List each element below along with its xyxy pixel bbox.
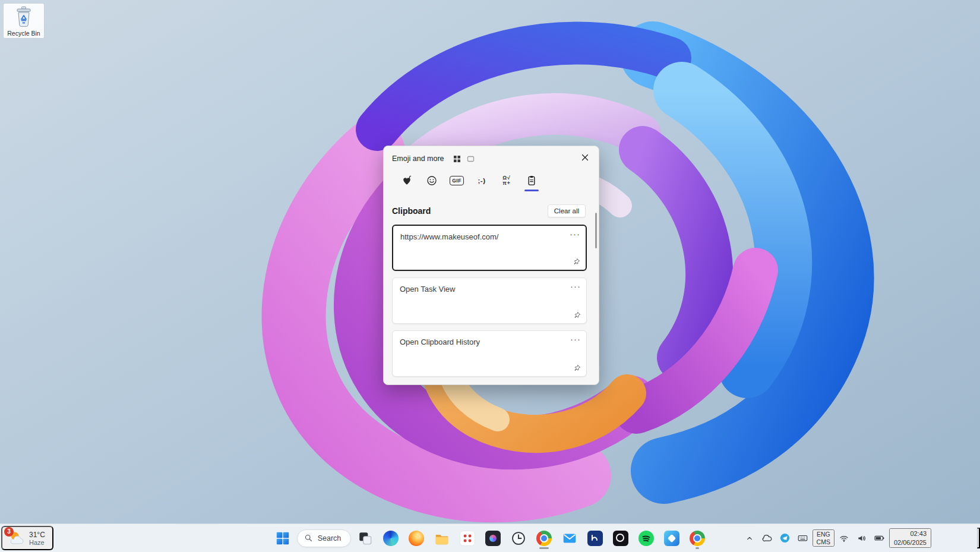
app-black-icon	[613, 531, 628, 546]
edge-button[interactable]	[380, 527, 402, 550]
taskbar: 3 31°C Haze	[0, 523, 980, 552]
running-indicator	[539, 547, 549, 549]
chrome-profile-icon	[690, 531, 705, 546]
tab-clipboard[interactable]	[523, 169, 540, 193]
close-button[interactable]	[576, 150, 594, 165]
show-desktop-button[interactable]	[977, 528, 980, 548]
clipboard-icon	[526, 175, 538, 187]
weather-icon: 3	[7, 530, 25, 547]
gif-icon: GIF	[450, 176, 464, 185]
scrollbar[interactable]	[595, 213, 597, 248]
app-navy-icon	[587, 531, 603, 546]
clipboard-section-title: Clipboard	[392, 206, 431, 216]
hidden-icons-button[interactable]	[741, 528, 758, 549]
cloud-icon	[761, 532, 773, 544]
tab-gif[interactable]: GIF	[448, 169, 466, 193]
clipboard-item[interactable]: https://www.makeuseof.com/ ···	[392, 225, 587, 271]
pin-icon	[572, 257, 581, 266]
pin-button[interactable]	[571, 362, 583, 374]
telegram-button[interactable]	[777, 528, 794, 549]
more-options-button[interactable]: ···	[568, 332, 583, 346]
app-red-dots-button[interactable]	[456, 527, 479, 550]
windows-start-icon	[275, 531, 290, 546]
selected-tab-indicator	[524, 190, 539, 191]
running-indicator	[696, 547, 699, 549]
photos-button[interactable]	[660, 527, 683, 550]
clock-time: 02:43	[894, 529, 927, 538]
tab-symbols[interactable]: Ω√ π+	[498, 169, 516, 193]
category-tabs: GIF ;-) Ω√ π+	[384, 166, 599, 194]
panel-title: Emoji and more	[392, 154, 444, 163]
wifi-button[interactable]	[836, 528, 852, 549]
mail-button[interactable]	[558, 527, 581, 550]
grid-view-button[interactable]	[451, 153, 463, 164]
volume-button[interactable]	[853, 528, 870, 549]
app-red-dots-icon	[460, 531, 475, 546]
app-dark-button[interactable]	[482, 527, 504, 550]
app-navy-button[interactable]	[584, 527, 606, 550]
weather-condition: Haze	[29, 539, 45, 546]
onedrive-button[interactable]	[759, 528, 776, 549]
start-button[interactable]	[271, 527, 294, 550]
spotify-button[interactable]	[635, 527, 657, 550]
firefox-button[interactable]	[405, 527, 428, 550]
telegram-icon	[779, 532, 791, 544]
app-dark-icon	[485, 531, 501, 546]
heart-icon	[401, 175, 413, 187]
app-black-button[interactable]	[609, 527, 632, 550]
volume-icon	[856, 533, 867, 544]
clock-date: 02/06/2025	[894, 538, 927, 547]
emoji-panel: Emoji and more	[383, 146, 599, 385]
tab-kaomoji[interactable]: ;-)	[473, 169, 491, 193]
panel-header: Emoji and more	[384, 146, 599, 166]
more-options-button[interactable]: ···	[568, 279, 583, 294]
clipboard-item[interactable]: Open Task View ···	[392, 277, 587, 324]
battery-icon	[874, 532, 885, 544]
pin-button[interactable]	[571, 256, 582, 267]
pin-icon	[573, 364, 581, 373]
taskbar-center: Search	[271, 527, 709, 550]
wifi-icon	[839, 533, 849, 544]
clock-app-button[interactable]	[507, 527, 530, 550]
more-options-icon: ···	[570, 229, 580, 239]
battery-button[interactable]	[871, 528, 888, 549]
more-options-icon: ···	[570, 334, 581, 344]
firefox-icon	[409, 531, 424, 546]
clear-all-button[interactable]: Clear all	[548, 204, 586, 217]
search-input[interactable]: Search	[297, 529, 352, 547]
dock-icon	[467, 155, 475, 163]
weather-widget[interactable]: 3 31°C Haze	[1, 526, 53, 550]
smiley-icon	[426, 175, 438, 187]
keyboard-icon	[797, 532, 808, 544]
clipboard-item[interactable]: Open Clipboard History ···	[392, 330, 587, 377]
tab-emoji[interactable]	[423, 169, 441, 193]
close-icon	[581, 154, 589, 161]
more-options-button[interactable]: ···	[567, 226, 583, 241]
grid-icon	[453, 155, 461, 163]
recycle-bin[interactable]: Recycle Bin	[3, 3, 45, 39]
dock-view-button[interactable]	[465, 153, 477, 164]
language-top: ENG	[817, 531, 830, 538]
spotify-icon	[638, 531, 654, 546]
touch-keyboard-button[interactable]	[795, 528, 811, 549]
pin-icon	[573, 311, 581, 320]
clipboard-item-text: Open Task View	[393, 278, 586, 294]
recycle-bin-icon	[13, 5, 34, 29]
desktop: Recycle Bin Emoji and more	[0, 0, 980, 552]
taskbar-clock[interactable]: 02:43 02/06/2025	[889, 528, 931, 548]
chrome-icon	[536, 531, 552, 546]
file-explorer-button[interactable]	[431, 527, 453, 550]
chrome-profile-button[interactable]	[686, 527, 709, 550]
tab-recent[interactable]	[398, 169, 416, 193]
task-view-button[interactable]	[354, 527, 377, 550]
chrome-button[interactable]	[533, 527, 555, 550]
chevron-up-icon	[745, 534, 754, 543]
clipboard-header: Clipboard Clear all	[384, 194, 599, 223]
clock-app-icon	[511, 531, 526, 546]
language-indicator[interactable]: ENG CMS	[813, 529, 834, 547]
task-view-icon	[358, 531, 373, 546]
mail-icon	[562, 531, 577, 546]
search-label: Search	[318, 534, 342, 542]
search-icon	[304, 534, 313, 542]
pin-button[interactable]	[571, 310, 583, 321]
